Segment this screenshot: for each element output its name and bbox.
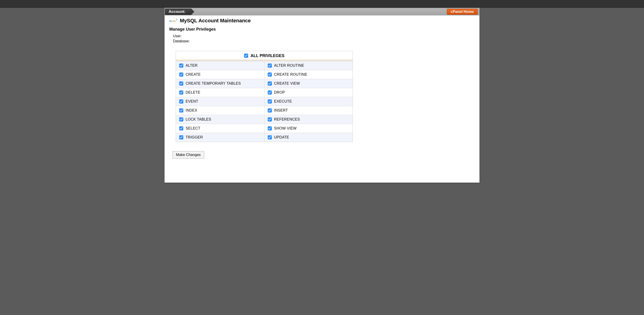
account-label-text: Account: <box>168 10 186 14</box>
privilege-checkbox-create[interactable] <box>179 73 183 77</box>
privilege-cell-trigger[interactable]: TRIGGER <box>176 133 264 142</box>
privilege-checkbox-lock-tables[interactable] <box>179 117 183 122</box>
user-db-block: User: Database: <box>169 34 475 44</box>
privilege-label: LOCK TABLES <box>186 117 211 122</box>
section-heading: Manage User Privileges <box>169 27 475 32</box>
privilege-checkbox-create-view[interactable] <box>268 82 272 86</box>
privilege-row: LOCK TABLESREFERENCES <box>176 115 352 124</box>
privilege-checkbox-update[interactable] <box>268 135 272 139</box>
privilege-cell-create-routine[interactable]: CREATE ROUTINE <box>264 70 353 79</box>
privilege-cell-update[interactable]: UPDATE <box>264 133 353 142</box>
privilege-label: SELECT <box>186 126 200 130</box>
privilege-label: CREATE TEMPORARY TABLES <box>186 82 241 86</box>
privilege-cell-lock-tables[interactable]: LOCK TABLES <box>176 115 264 124</box>
top-nav-strip <box>0 0 644 8</box>
privilege-label: CREATE VIEW <box>274 82 300 86</box>
all-privileges-checkbox[interactable] <box>244 54 248 58</box>
privilege-checkbox-execute[interactable] <box>268 99 272 104</box>
mysql-icon: My SQL <box>169 18 178 23</box>
page-title: MySQL Account Maintenance <box>180 18 251 24</box>
privilege-row: SELECTSHOW VIEW <box>176 124 352 133</box>
privilege-cell-event[interactable]: EVENT <box>176 97 264 106</box>
all-privileges-label: ALL PRIVILEGES <box>250 53 284 58</box>
privilege-label: REFERENCES <box>274 117 300 122</box>
privilege-checkbox-show-view[interactable] <box>268 126 272 130</box>
account-label: Account: <box>165 9 191 15</box>
privilege-row: CREATECREATE ROUTINE <box>176 70 352 79</box>
privilege-cell-references[interactable]: REFERENCES <box>264 115 353 124</box>
privilege-checkbox-index[interactable] <box>179 108 183 113</box>
privilege-label: EVENT <box>186 99 198 104</box>
privilege-cell-drop[interactable]: DROP <box>264 88 353 97</box>
privilege-checkbox-drop[interactable] <box>268 90 272 95</box>
privilege-cell-create-temporary-tables[interactable]: CREATE TEMPORARY TABLES <box>176 79 264 88</box>
privilege-checkbox-create-temporary-tables[interactable] <box>179 82 183 86</box>
privilege-label: SHOW VIEW <box>274 126 297 130</box>
svg-text:SQL: SQL <box>172 20 176 22</box>
privilege-cell-create-view[interactable]: CREATE VIEW <box>264 79 353 88</box>
privilege-checkbox-references[interactable] <box>268 117 272 122</box>
privilege-row: EVENTEXECUTE <box>176 97 352 106</box>
privilege-cell-execute[interactable]: EXECUTE <box>264 97 353 106</box>
privileges-header: ALL PRIVILEGES <box>176 51 352 61</box>
privilege-row: ALTERALTER ROUTINE <box>176 61 352 70</box>
privilege-label: ALTER ROUTINE <box>274 64 304 68</box>
make-changes-button[interactable]: Make Changes <box>172 151 204 159</box>
user-label: User: <box>173 34 182 38</box>
privilege-checkbox-insert[interactable] <box>268 108 272 113</box>
content-inner: My SQL MySQL Account Maintenance Manage … <box>165 16 479 165</box>
database-label: Database: <box>173 39 190 43</box>
privileges-rows-container: ALTERALTER ROUTINECREATECREATE ROUTINECR… <box>176 61 352 142</box>
privilege-cell-show-view[interactable]: SHOW VIEW <box>264 124 353 133</box>
privilege-checkbox-select[interactable] <box>179 126 183 130</box>
privilege-checkbox-trigger[interactable] <box>179 135 183 139</box>
cpanel-home-button[interactable]: cPanel Home <box>447 9 478 15</box>
content-panel: Account: cPanel Home My SQL MySQL Accoun… <box>164 8 480 183</box>
privilege-row: DELETEDROP <box>176 88 352 97</box>
header-gradient <box>176 59 352 61</box>
privilege-row: TRIGGERUPDATE <box>176 133 352 142</box>
privilege-label: CREATE ROUTINE <box>274 73 307 77</box>
privilege-label: DROP <box>274 90 285 95</box>
privilege-label: EXECUTE <box>274 99 292 104</box>
privilege-checkbox-event[interactable] <box>179 99 183 104</box>
privilege-cell-insert[interactable]: INSERT <box>264 106 353 115</box>
svg-text:My: My <box>169 20 172 22</box>
privilege-cell-create[interactable]: CREATE <box>176 70 264 79</box>
privilege-row: CREATE TEMPORARY TABLESCREATE VIEW <box>176 79 352 88</box>
privilege-label: INSERT <box>274 108 288 113</box>
privilege-row: INDEXINSERT <box>176 106 352 115</box>
privilege-label: CREATE <box>186 73 201 77</box>
privilege-cell-select[interactable]: SELECT <box>176 124 264 133</box>
privilege-label: DELETE <box>186 90 200 95</box>
privilege-label: ALTER <box>186 64 198 68</box>
user-row: User: <box>173 34 475 39</box>
main-wrap: Account: cPanel Home My SQL MySQL Accoun… <box>0 8 644 183</box>
privilege-label: TRIGGER <box>186 135 203 139</box>
privilege-cell-alter[interactable]: ALTER <box>176 61 264 70</box>
privilege-checkbox-create-routine[interactable] <box>268 73 272 77</box>
privilege-checkbox-alter-routine[interactable] <box>268 64 272 68</box>
account-bar: Account: cPanel Home <box>165 8 479 16</box>
privilege-checkbox-alter[interactable] <box>179 64 183 68</box>
privilege-cell-delete[interactable]: DELETE <box>176 88 264 97</box>
privilege-checkbox-delete[interactable] <box>179 90 183 95</box>
privilege-label: INDEX <box>186 108 197 113</box>
database-row: Database: <box>173 39 475 44</box>
privileges-table: ALL PRIVILEGES ALTERALTER ROUTINECREATEC… <box>176 51 353 142</box>
privilege-cell-index[interactable]: INDEX <box>176 106 264 115</box>
privilege-cell-alter-routine[interactable]: ALTER ROUTINE <box>264 61 353 70</box>
page-title-row: My SQL MySQL Account Maintenance <box>169 18 475 24</box>
privilege-label: UPDATE <box>274 135 289 139</box>
